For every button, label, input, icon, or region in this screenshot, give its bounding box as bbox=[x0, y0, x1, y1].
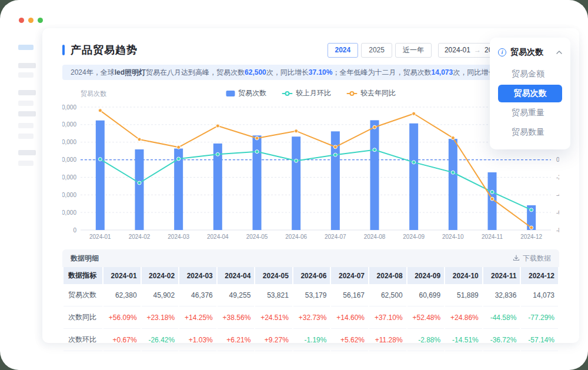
point-较去年同比-2024-04[interactable] bbox=[216, 124, 219, 128]
point-较去年同比-2024-07[interactable] bbox=[333, 145, 337, 149]
x-axis-tick: 2024-02 bbox=[129, 234, 151, 240]
point-较上月环比-2024-01[interactable] bbox=[98, 158, 102, 161]
summary-banner: 2024年，全球led照明灯贸易在八月达到高峰，贸易次数62,500次，同比增长… bbox=[62, 65, 559, 80]
sidebar-skeleton-bar bbox=[18, 90, 36, 95]
left-axis-tick: 40,000 bbox=[62, 156, 76, 163]
table-cell: 46,376 bbox=[179, 284, 216, 306]
point-较上月环比-2024-05[interactable] bbox=[255, 150, 259, 154]
table-cell: +1.03% bbox=[179, 329, 216, 351]
table-cell: +11.28% bbox=[369, 329, 406, 351]
point-较上月环比-2024-11[interactable] bbox=[490, 190, 494, 194]
left-axis-tick: 30,000 bbox=[62, 174, 76, 181]
legend-item-bar[interactable]: 贸易次数 bbox=[226, 88, 266, 98]
point-较上月环比-2024-06[interactable] bbox=[295, 159, 298, 162]
table-cell: -36.72% bbox=[483, 329, 520, 351]
x-axis-tick: 2024-05 bbox=[246, 234, 268, 240]
point-较上月环比-2024-09[interactable] bbox=[412, 161, 416, 164]
table-cell: +14.25% bbox=[179, 306, 216, 329]
point-较去年同比-2024-10[interactable] bbox=[451, 136, 455, 139]
table-cell: +38.56% bbox=[218, 306, 255, 329]
summary-text: 2024年，全球 bbox=[71, 68, 115, 76]
legend-line-marker-icon bbox=[346, 91, 357, 96]
point-较去年同比-2024-05[interactable] bbox=[255, 136, 259, 140]
chart-header: 贸易次数 贸易次数较上月环比较去年同比 bbox=[62, 89, 559, 99]
table-cell: 14,073 bbox=[521, 284, 558, 306]
sidebar-skeleton-bar bbox=[18, 161, 34, 166]
point-较上月环比-2024-10[interactable] bbox=[451, 171, 455, 174]
summary-highlight-value: 62,500 bbox=[245, 68, 266, 76]
download-data-button[interactable]: 下载数据 bbox=[513, 254, 551, 264]
left-axis-tick: 20,000 bbox=[62, 192, 76, 198]
legend-bar-swatch-icon bbox=[226, 91, 235, 96]
metric-options: 贸易金额贸易次数贸易重量贸易数量 bbox=[490, 65, 570, 141]
table-header-cell: 2024-04 bbox=[218, 267, 255, 284]
left-axis-tick: 70,000 bbox=[62, 104, 76, 111]
bar-2024-09[interactable] bbox=[409, 124, 418, 230]
point-较上月环比-2024-12[interactable] bbox=[530, 208, 533, 212]
bar-2024-08[interactable] bbox=[370, 120, 379, 230]
sidebar-skeleton-bar bbox=[18, 72, 34, 78]
point-较上月环比-2024-02[interactable] bbox=[138, 181, 141, 185]
title-accent-bar bbox=[62, 45, 65, 55]
table-cell: -2.88% bbox=[407, 329, 445, 351]
summary-highlight-value: 14,073 bbox=[431, 68, 453, 76]
point-较去年同比-2024-02[interactable] bbox=[138, 138, 141, 141]
table-header-cell: 2024-09 bbox=[407, 267, 445, 284]
table-cell: -57.14% bbox=[521, 329, 558, 351]
point-较去年同比-2024-08[interactable] bbox=[373, 125, 376, 129]
table-cell: 60,699 bbox=[407, 284, 445, 306]
metric-option-贸易数量[interactable]: 贸易数量 bbox=[498, 124, 562, 141]
point-较上月环比-2024-04[interactable] bbox=[216, 152, 219, 156]
point-较上月环比-2024-03[interactable] bbox=[177, 157, 181, 161]
bar-2024-04[interactable] bbox=[213, 144, 222, 230]
summary-text: 次，同比增长 bbox=[266, 68, 309, 76]
bar-2024-10[interactable] bbox=[449, 139, 457, 230]
year-tab-2025[interactable]: 2025 bbox=[361, 43, 392, 58]
table-header-cell: 2024-02 bbox=[142, 267, 179, 284]
point-较上月环比-2024-07[interactable] bbox=[333, 153, 337, 156]
legend-label: 贸易次数 bbox=[238, 88, 266, 98]
point-较上月环比-2024-08[interactable] bbox=[373, 148, 376, 152]
minimize-window-icon[interactable] bbox=[28, 18, 34, 23]
maximize-window-icon[interactable] bbox=[38, 18, 43, 23]
sidebar-skeleton-bar bbox=[18, 134, 34, 139]
x-axis-tick: 2024-06 bbox=[285, 234, 307, 240]
x-axis-tick: 2024-12 bbox=[520, 234, 542, 240]
metric-option-贸易金额[interactable]: 贸易金额 bbox=[498, 65, 562, 83]
date-range-start: 2024-01 bbox=[445, 46, 470, 54]
info-icon: i bbox=[498, 48, 506, 56]
left-axis-title: 贸易次数 bbox=[81, 89, 106, 98]
point-较去年同比-2024-09[interactable] bbox=[412, 112, 416, 115]
point-较去年同比-2024-06[interactable] bbox=[295, 129, 298, 133]
table-header-cell: 2024-11 bbox=[483, 267, 520, 284]
table-cell: +14.60% bbox=[331, 306, 368, 329]
trade-trend-chart[interactable]: 010,00020,00030,00040,00050,00060,00070,… bbox=[62, 101, 559, 242]
bar-2024-01[interactable] bbox=[96, 121, 105, 230]
table-cell: +32.73% bbox=[293, 306, 330, 329]
metric-dropdown-panel: i 贸易次数 贸易金额贸易次数贸易重量贸易数量 bbox=[490, 38, 570, 149]
legend-item-line[interactable]: 较去年同比 bbox=[346, 88, 396, 98]
point-较去年同比-2024-03[interactable] bbox=[177, 145, 181, 149]
table-header-cell: 2024-05 bbox=[255, 267, 292, 284]
metric-dropdown-toggle[interactable]: i 贸易次数 bbox=[490, 45, 570, 64]
metric-option-贸易重量[interactable]: 贸易重量 bbox=[498, 104, 562, 122]
year-tab-近一年[interactable]: 近一年 bbox=[395, 43, 432, 58]
table-cell: 49,255 bbox=[218, 284, 255, 306]
point-较去年同比-2024-11[interactable] bbox=[490, 197, 494, 201]
table-header-cell: 2024-01 bbox=[103, 267, 141, 284]
bar-2024-02[interactable] bbox=[135, 149, 144, 230]
table-header-cell: 2024-06 bbox=[293, 267, 330, 284]
point-较去年同比-2024-01[interactable] bbox=[98, 109, 102, 112]
legend-item-line[interactable]: 较上月环比 bbox=[282, 88, 331, 98]
table-cell: +56.09% bbox=[103, 306, 141, 329]
sidebar-skeleton-bar bbox=[18, 45, 34, 50]
year-tab-2024[interactable]: 2024 bbox=[328, 43, 359, 58]
metric-option-贸易次数[interactable]: 贸易次数 bbox=[498, 85, 562, 102]
table-cell: 62,500 bbox=[369, 284, 406, 306]
summary-text: 贸易在八月达到高峰，贸易次数 bbox=[146, 68, 245, 76]
summary-highlight-value: 37.10% bbox=[309, 68, 333, 76]
point-较去年同比-2024-12[interactable] bbox=[530, 226, 533, 229]
close-window-icon[interactable] bbox=[19, 18, 24, 23]
bar-2024-06[interactable] bbox=[292, 136, 300, 230]
date-range-arrow-icon: → bbox=[474, 46, 481, 54]
